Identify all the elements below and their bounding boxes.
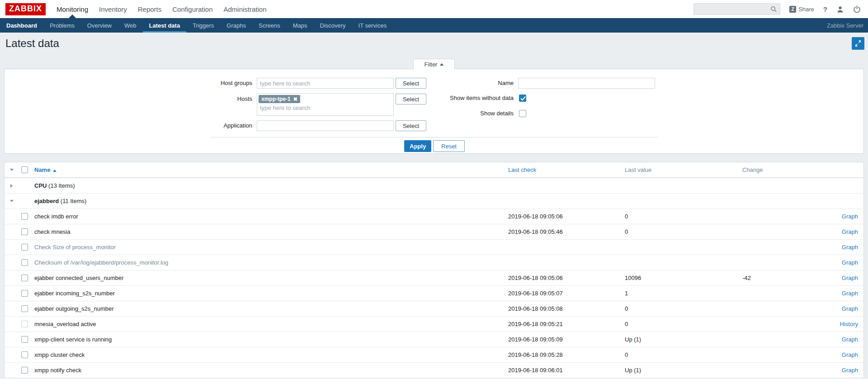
item-name: xmpp cluster check	[30, 351, 508, 358]
graph-link[interactable]: Graph	[842, 367, 858, 374]
active-menu-arrow-icon	[69, 14, 76, 18]
header-last-check[interactable]: Last check	[508, 166, 536, 173]
fullscreen-button[interactable]	[852, 37, 864, 50]
row-checkbox[interactable]	[21, 275, 28, 281]
server-name-label: Zabbix Server	[827, 18, 868, 33]
collapse-group-icon[interactable]	[10, 200, 14, 202]
header-name[interactable]: Name	[34, 166, 50, 173]
application-label: Application	[140, 120, 252, 131]
graph-link[interactable]: Graph	[842, 213, 858, 220]
hosts-input[interactable]	[258, 104, 387, 112]
top-nav-items: MonitoringInventoryReportsConfigurationA…	[51, 0, 272, 18]
share-button[interactable]: Z Share	[789, 6, 814, 13]
group-row-ejabberd: ejabberd (11 Items)	[5, 193, 863, 208]
item-last-value: 0	[625, 321, 742, 327]
row-checkbox[interactable]	[21, 305, 28, 312]
sub-nav-item-triggers[interactable]: Triggers	[186, 18, 220, 33]
filter-tab[interactable]: Filter	[413, 59, 455, 69]
table-row: check imdb error2019-06-18 09:05:060Grap…	[5, 208, 863, 224]
name-filter-input[interactable]	[518, 78, 655, 89]
item-last-value: Up (1)	[625, 336, 742, 343]
host-groups-input[interactable]	[257, 78, 394, 89]
sub-nav-item-discovery[interactable]: Discovery	[314, 18, 352, 33]
sub-nav-item-problems[interactable]: Problems	[43, 18, 81, 33]
item-last-value: 0	[625, 305, 742, 312]
collapse-all-toggle-icon[interactable]	[10, 169, 14, 171]
filter-divider	[211, 137, 658, 137]
sort-ascending-icon	[53, 170, 57, 172]
top-nav-item-administration[interactable]: Administration	[218, 0, 272, 18]
reset-button[interactable]: Reset	[433, 140, 465, 152]
apply-button[interactable]: Apply	[404, 140, 431, 152]
graph-link[interactable]: Graph	[842, 228, 858, 235]
row-checkbox[interactable]	[21, 336, 28, 343]
group-row-cpu: CPU (13 Items)	[5, 178, 863, 193]
item-name: ejabber connected_users_number	[30, 275, 508, 281]
row-checkbox[interactable]	[21, 290, 28, 297]
top-nav-item-configuration[interactable]: Configuration	[167, 0, 218, 18]
search-icon[interactable]	[770, 6, 777, 14]
graph-link[interactable]: Graph	[842, 351, 858, 358]
row-checkbox[interactable]	[21, 367, 28, 374]
item-last-value: 10096	[625, 275, 742, 281]
row-checkbox[interactable]	[21, 244, 28, 251]
sub-nav-item-latest-data[interactable]: Latest data	[143, 18, 187, 33]
item-name: check imdb error	[30, 213, 508, 220]
table-row: Check Size of process_monitorGraph	[5, 239, 863, 255]
sub-nav-item-screens[interactable]: Screens	[252, 18, 287, 33]
row-checkbox[interactable]	[21, 228, 28, 235]
show-items-without-data-checkbox[interactable]	[519, 95, 526, 102]
history-link[interactable]: History	[840, 321, 858, 327]
item-name: xmpp notify check	[30, 367, 508, 374]
sub-nav-item-overview[interactable]: Overview	[81, 18, 118, 33]
graph-link[interactable]: Graph	[842, 259, 858, 266]
application-input[interactable]	[257, 120, 394, 131]
top-nav-item-monitoring[interactable]: Monitoring	[51, 0, 94, 18]
name-filter-label: Name	[380, 78, 514, 89]
graph-link[interactable]: Graph	[842, 305, 858, 312]
table-row: xmpp notify check2019-06-18 09:06:01Up (…	[5, 362, 863, 378]
item-last-value: Up (1)	[625, 367, 742, 374]
group-name: ejabberd (11 Items)	[30, 198, 508, 204]
zabbix-logo[interactable]: ZABBIX	[5, 3, 46, 15]
graph-link[interactable]: Graph	[842, 336, 858, 343]
sub-nav-item-maps[interactable]: Maps	[287, 18, 314, 33]
item-name: ejabber outgoing_s2s_number	[30, 305, 508, 312]
item-last-value: 1	[625, 290, 742, 297]
application-select-button[interactable]: Select	[396, 120, 426, 131]
item-last-check: 2019-06-18 09:05:07	[508, 290, 625, 297]
header-last-value: Last value	[625, 166, 742, 173]
show-details-checkbox[interactable]	[519, 110, 526, 117]
row-checkbox[interactable]	[21, 259, 28, 266]
sub-nav-item-web[interactable]: Web	[118, 18, 143, 33]
top-nav-item-reports[interactable]: Reports	[132, 0, 167, 18]
graph-link[interactable]: Graph	[842, 244, 858, 251]
item-last-check: 2019-06-18 09:05:46	[508, 228, 625, 235]
remove-host-icon[interactable]: ✖	[293, 96, 297, 102]
row-checkbox[interactable]	[21, 351, 28, 358]
expand-group-icon[interactable]	[10, 184, 13, 188]
row-checkbox[interactable]	[21, 213, 28, 220]
sub-nav-item-it-services[interactable]: IT services	[352, 18, 393, 33]
user-profile-icon[interactable]	[836, 5, 844, 13]
search-input[interactable]	[694, 4, 768, 14]
logout-icon[interactable]	[853, 5, 861, 13]
item-last-check: 2019-06-18 09:05:06	[508, 275, 625, 281]
latest-data-table: Name Last check Last value Change CPU (1…	[4, 162, 864, 378]
help-icon[interactable]: ?	[823, 5, 827, 13]
item-name: xmpp-client service is running	[30, 336, 508, 343]
host-chip-label: xmpp-tpe-1	[261, 96, 291, 102]
top-nav-item-inventory[interactable]: Inventory	[94, 0, 132, 18]
show-items-without-data-label: Show items without data	[380, 93, 514, 104]
share-label: Share	[798, 6, 814, 13]
host-chip: xmpp-tpe-1 ✖	[259, 95, 300, 103]
graph-link[interactable]: Graph	[842, 275, 858, 281]
hosts-multiselect[interactable]: xmpp-tpe-1 ✖	[257, 93, 394, 116]
table-row: check mnesia2019-06-18 09:05:460Graph	[5, 224, 863, 239]
table-body: CPU (13 Items)ejabberd (11 Items)check i…	[5, 178, 863, 378]
graph-link[interactable]: Graph	[842, 290, 858, 297]
sub-nav-item-graphs[interactable]: Graphs	[220, 18, 252, 33]
select-all-checkbox[interactable]	[21, 166, 28, 173]
row-checkbox[interactable]	[21, 321, 28, 327]
sub-nav-item-dashboard[interactable]: Dashboard	[0, 18, 43, 33]
